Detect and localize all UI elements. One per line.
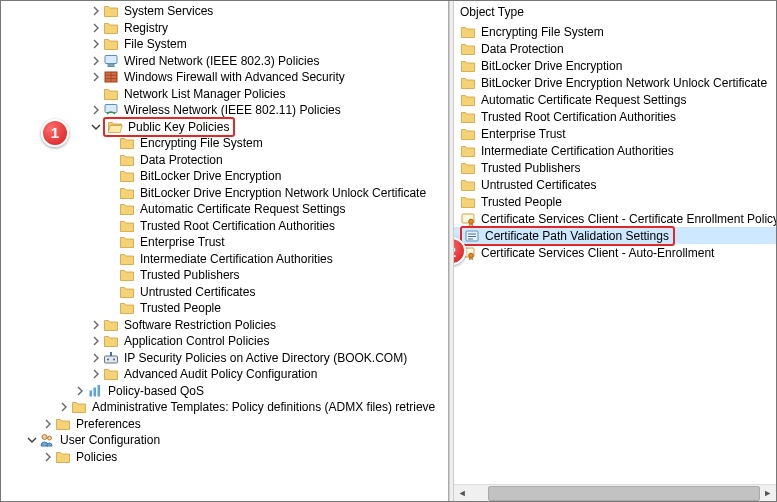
tree-item[interactable]: Registry <box>1 20 448 37</box>
list-item[interactable]: Untrusted Certificates <box>454 176 776 193</box>
expand-toggle[interactable] <box>89 72 103 82</box>
tree-item[interactable]: Trusted Root Certification Authorities <box>1 218 448 235</box>
tree-item[interactable]: Wired Network (IEEE 802.3) Policies <box>1 53 448 70</box>
tree-item-label: Registry <box>122 21 170 35</box>
tree-item[interactable]: Trusted Publishers <box>1 267 448 284</box>
tree-item-label: Preferences <box>74 417 143 431</box>
expand-toggle[interactable] <box>89 336 103 346</box>
tree-item[interactable]: Enterprise Trust <box>1 234 448 251</box>
column-header-object-type[interactable]: Object Type <box>454 1 776 23</box>
tree-item-label: IP Security Policies on Active Directory… <box>122 351 409 365</box>
tree-item-label: Intermediate Certification Authorities <box>138 252 335 266</box>
list-item[interactable]: Trusted People <box>454 193 776 210</box>
tree-item-label: Data Protection <box>138 153 225 167</box>
folder-icon <box>103 20 119 36</box>
tree-item-label: Untrusted Certificates <box>138 285 257 299</box>
tree-item[interactable]: Policies <box>1 449 448 466</box>
tree-item[interactable]: Data Protection <box>1 152 448 169</box>
annotation-callout: 1 <box>41 119 69 147</box>
tree-item[interactable]: File System <box>1 36 448 53</box>
list-item[interactable]: Trusted Publishers <box>454 159 776 176</box>
folder-icon <box>460 75 476 91</box>
list-item[interactable]: Encrypting File System <box>454 23 776 40</box>
folder-icon <box>71 399 87 415</box>
scroll-left-arrow[interactable]: ◄ <box>454 485 470 502</box>
annotation-highlight: Certificate Path Validation Settings <box>460 226 675 246</box>
tree-item[interactable]: Policy-based QoS <box>1 383 448 400</box>
cert-path-icon <box>464 228 480 244</box>
list-item[interactable]: BitLocker Drive Encryption Network Unloc… <box>454 74 776 91</box>
tree-item-label: Public Key Policies <box>126 120 231 134</box>
list-item-label: Trusted People <box>479 195 564 209</box>
folder-icon <box>119 135 135 151</box>
expand-toggle[interactable] <box>89 6 103 16</box>
collapse-toggle[interactable] <box>89 122 103 132</box>
expand-toggle[interactable] <box>89 369 103 379</box>
list-item-label: Encrypting File System <box>479 25 606 39</box>
list-item-label: Data Protection <box>479 42 566 56</box>
tree-item[interactable]: Software Restriction Policies <box>1 317 448 334</box>
list-item[interactable]: Certificate Path Validation Settings2 <box>454 227 776 244</box>
wired-net-icon <box>103 53 119 69</box>
tree-item[interactable]: Network List Manager Policies <box>1 86 448 103</box>
scroll-right-arrow[interactable]: ► <box>760 485 776 502</box>
annotation-highlight: Public Key Policies <box>103 117 235 137</box>
tree-item[interactable]: Untrusted Certificates <box>1 284 448 301</box>
folder-icon <box>103 333 119 349</box>
expand-toggle[interactable] <box>73 386 87 396</box>
horizontal-scrollbar[interactable]: ◄ ► <box>454 484 776 501</box>
folder-icon <box>55 449 71 465</box>
folder-icon <box>119 251 135 267</box>
list-item-label: BitLocker Drive Encryption Network Unloc… <box>479 76 769 90</box>
tree-item[interactable]: Trusted People <box>1 300 448 317</box>
folder-icon <box>460 160 476 176</box>
expand-toggle[interactable] <box>89 39 103 49</box>
tree-item-label: Policies <box>74 450 119 464</box>
tree-item[interactable]: System Services <box>1 3 448 20</box>
folder-icon <box>119 168 135 184</box>
tree-item[interactable]: Windows Firewall with Advanced Security <box>1 69 448 86</box>
expand-toggle[interactable] <box>57 402 71 412</box>
collapse-toggle[interactable] <box>25 435 39 445</box>
folder-icon <box>119 152 135 168</box>
tree-item[interactable]: Administrative Templates: Policy definit… <box>1 399 448 416</box>
expand-toggle[interactable] <box>89 105 103 115</box>
list-item[interactable]: Certificate Services Client - Certificat… <box>454 210 776 227</box>
expand-toggle[interactable] <box>89 23 103 33</box>
tree-item[interactable]: Intermediate Certification Authorities <box>1 251 448 268</box>
folder-icon <box>103 86 119 102</box>
tree-item[interactable]: Public Key Policies1 <box>1 119 448 136</box>
tree-item-label: Software Restriction Policies <box>122 318 278 332</box>
folder-icon <box>103 366 119 382</box>
folder-icon <box>460 143 476 159</box>
expand-toggle[interactable] <box>41 419 55 429</box>
ipsec-icon <box>103 350 119 366</box>
tree-item[interactable]: Automatic Certificate Request Settings <box>1 201 448 218</box>
list-item[interactable]: Trusted Root Certification Authorities <box>454 108 776 125</box>
expand-toggle[interactable] <box>89 320 103 330</box>
tree-item[interactable]: IP Security Policies on Active Directory… <box>1 350 448 367</box>
list-item[interactable]: Automatic Certificate Request Settings <box>454 91 776 108</box>
tree-item-label: BitLocker Drive Encryption Network Unloc… <box>138 186 428 200</box>
cert-icon <box>460 211 476 227</box>
tree-item[interactable]: BitLocker Drive Encryption Network Unloc… <box>1 185 448 202</box>
tree-item-label: Network List Manager Policies <box>122 87 287 101</box>
tree-item[interactable]: Application Control Policies <box>1 333 448 350</box>
list-item-label: Untrusted Certificates <box>479 178 598 192</box>
list-item[interactable]: Data Protection <box>454 40 776 57</box>
tree-item[interactable]: Preferences <box>1 416 448 433</box>
folder-icon <box>460 41 476 57</box>
expand-toggle[interactable] <box>41 452 55 462</box>
list-item[interactable]: Certificate Services Client - Auto-Enrol… <box>454 244 776 261</box>
folder-icon <box>460 126 476 142</box>
list-item[interactable]: BitLocker Drive Encryption <box>454 57 776 74</box>
expand-toggle[interactable] <box>89 56 103 66</box>
list-item[interactable]: Enterprise Trust <box>454 125 776 142</box>
expand-toggle[interactable] <box>89 353 103 363</box>
list-item[interactable]: Intermediate Certification Authorities <box>454 142 776 159</box>
tree-item[interactable]: Advanced Audit Policy Configuration <box>1 366 448 383</box>
scroll-thumb[interactable] <box>488 486 759 501</box>
tree-item[interactable]: BitLocker Drive Encryption <box>1 168 448 185</box>
folder-icon <box>103 3 119 19</box>
tree-item[interactable]: User Configuration <box>1 432 448 449</box>
